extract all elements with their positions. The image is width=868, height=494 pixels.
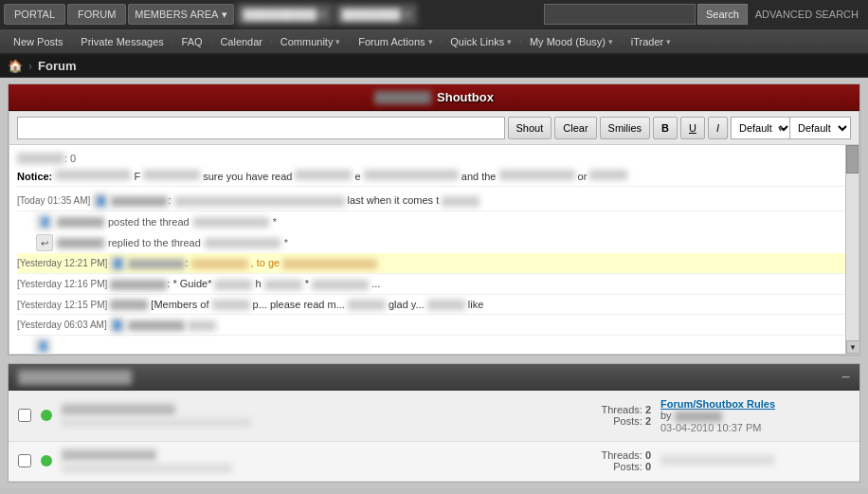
nav-faq-label: FAQ	[182, 36, 203, 47]
notice-text: Notice: F sure you have read e and the o…	[17, 166, 851, 187]
breadcrumb: 🏠 › Forum	[0, 55, 868, 78]
search-area: Search ADVANCED SEARCH	[544, 4, 864, 25]
shout-message: [Yesterday 12:21 PM] 👤 : , to ge	[17, 253, 851, 274]
color-select[interactable]: Default	[731, 117, 792, 139]
user-icon: 👤	[110, 318, 125, 333]
shout-message: [Yesterday 12:16 PM] : * Guide* h * ...	[17, 274, 851, 295]
scrollbar-track: ▼	[846, 145, 859, 354]
last-post-user	[675, 412, 722, 422]
nav-community[interactable]: Community ▾	[273, 29, 349, 53]
forum-section: − Threads: 2 Posts: 2 Forum/Shoutbox Rul…	[8, 363, 860, 483]
nav-mood-label: My Mood (Busy)	[530, 36, 606, 47]
nav-quick-links[interactable]: Quick Links ▾	[443, 29, 519, 53]
main-content: Shoutbox Shout Clear Smilies B U I Defau…	[0, 78, 868, 488]
user-icon: 👤	[93, 193, 108, 209]
shoutbox-title-blur	[374, 91, 431, 104]
scrollbar-thumb[interactable]	[846, 145, 859, 174]
chevron-down-icon: ▾	[335, 37, 340, 46]
search-button[interactable]: Search	[697, 4, 748, 25]
nav-quick-links-label: Quick Links	[450, 36, 504, 47]
chevron-down-icon: ▾	[666, 37, 671, 46]
forum-stats: Threads: 2 Posts: 2	[556, 404, 651, 427]
user-icon: 👤	[36, 213, 53, 230]
shout-message: [Yesterday 06:03 AM] 👤	[17, 315, 851, 336]
forum-stats: Threads: 0 Posts: 0	[556, 449, 651, 472]
portal-button[interactable]: PORTAL	[4, 4, 65, 25]
nav-community-label: Community	[280, 36, 334, 47]
secondary-navigation: New Posts · Private Messages · FAQ · Cal…	[0, 28, 868, 55]
forum-desc-blur	[62, 464, 232, 473]
nav-itrader[interactable]: iTrader ▾	[624, 29, 678, 53]
forum-desc-blur	[62, 418, 251, 428]
forum-checkbox[interactable]	[18, 409, 31, 422]
shoutbox: Shoutbox Shout Clear Smilies B U I Defau…	[8, 83, 860, 356]
forum-info	[62, 404, 547, 428]
char-count: : 0	[17, 151, 851, 166]
user-icon: 👤	[34, 338, 51, 354]
chevron-down-icon: ▾	[222, 9, 227, 21]
user-icon: 👤	[110, 256, 125, 271]
forum-row: Threads: 0 Posts: 0	[9, 442, 859, 482]
chevron-down-icon: ▾	[608, 37, 613, 46]
forum-name-blur	[62, 404, 175, 415]
advanced-search-link[interactable]: ADVANCED SEARCH	[750, 9, 864, 20]
action-line: ↩ replied to the thread *	[17, 232, 851, 253]
last-post-title-link[interactable]: Forum/Shoutbox Rules	[660, 398, 775, 410]
forum-info	[62, 449, 547, 473]
top-navigation: PORTAL FORUM MEMBERS AREA ▾ ██████████ ▾…	[0, 0, 868, 28]
shout-button[interactable]: Shout	[508, 117, 552, 139]
scroll-down-arrow[interactable]: ▼	[846, 340, 859, 354]
shoutbox-messages[interactable]: : 0 Notice: F sure you have read e and t…	[9, 145, 859, 354]
section-title	[18, 370, 132, 385]
underline-button[interactable]: U	[680, 117, 705, 139]
clear-button[interactable]: Clear	[554, 117, 596, 139]
forum-last-post: Forum/Shoutbox Rules by 03-04-2010 10:37…	[660, 398, 850, 433]
members-area-dropdown[interactable]: MEMBERS AREA ▾	[128, 4, 234, 25]
nav-forum-actions-label: Forum Actions	[358, 36, 425, 47]
shout-sub-line: 👤	[17, 336, 851, 354]
search-input[interactable]	[544, 4, 696, 25]
reply-icon: ↩	[36, 234, 53, 251]
breadcrumb-separator: ›	[28, 60, 32, 73]
forum-name-blur	[62, 449, 156, 461]
collapse-button[interactable]: −	[841, 369, 850, 386]
shoutbox-header: Shoutbox	[9, 84, 859, 111]
nav-pm-label: Private Messages	[81, 36, 163, 47]
nav-private-messages[interactable]: Private Messages	[73, 29, 171, 53]
forum-checkbox[interactable]	[18, 454, 31, 467]
nav-faq[interactable]: FAQ	[174, 29, 210, 53]
nav-new-posts[interactable]: New Posts	[6, 29, 71, 53]
action-line: 👤 posted the thread *	[17, 211, 851, 232]
nav-mood[interactable]: My Mood (Busy) ▾	[522, 29, 621, 53]
status-active-icon	[41, 410, 52, 421]
nav-new-posts-label: New Posts	[13, 36, 63, 47]
chevron-down-icon: ▾	[428, 37, 433, 46]
forum-last-post	[660, 455, 850, 467]
smilies-button[interactable]: Smilies	[600, 117, 650, 139]
status-active-icon	[41, 455, 52, 467]
chevron-down-icon: ▾	[320, 9, 326, 21]
nav-calendar[interactable]: Calendar	[212, 29, 270, 53]
shout-input[interactable]	[17, 117, 505, 139]
nav-itrader-label: iTrader	[631, 36, 663, 47]
home-icon[interactable]: 🏠	[8, 59, 23, 73]
shout-message: [Yesterday 12:15 PM] [Members of p... pl…	[17, 295, 851, 316]
italic-button[interactable]: I	[708, 117, 728, 139]
chevron-down-icon: ▾	[405, 9, 410, 21]
shoutbox-body: : 0 Notice: F sure you have read e and t…	[9, 145, 859, 355]
shoutbox-controls: Shout Clear Smilies B U I Default ▾ Defa…	[9, 111, 859, 145]
forum-row: Threads: 2 Posts: 2 Forum/Shoutbox Rules…	[9, 391, 859, 442]
nav-cal-label: Calendar	[220, 36, 262, 47]
nav-forum-actions[interactable]: Forum Actions ▾	[351, 29, 440, 53]
breadcrumb-page: Forum	[38, 59, 76, 73]
forum-button[interactable]: FORUM	[67, 4, 126, 25]
shout-message: [Today 01:35 AM] 👤 : last when it comes …	[17, 191, 851, 211]
size-select[interactable]: Default	[789, 117, 851, 139]
bold-button[interactable]: B	[653, 117, 678, 139]
scrollbar[interactable]: ▼	[845, 145, 859, 354]
user-dropdown-2[interactable]: ████████ ▾	[335, 4, 416, 25]
chevron-down-icon: ▾	[507, 37, 512, 46]
shoutbox-title: Shoutbox	[437, 90, 494, 104]
forum-section-header: −	[9, 364, 859, 391]
user-dropdown-1[interactable]: ██████████ ▾	[236, 4, 333, 25]
